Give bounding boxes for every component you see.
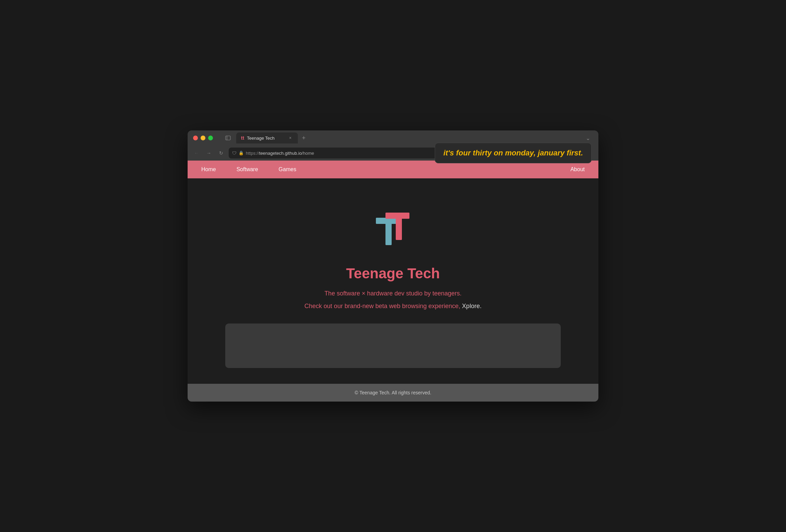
maximize-button[interactable] — [208, 136, 213, 140]
site-link-text: Check out our brand-new beta web browsin… — [304, 303, 481, 310]
sidebar-toggle[interactable] — [223, 134, 233, 142]
svg-rect-3 — [385, 218, 392, 245]
traffic-lights — [193, 136, 213, 140]
nav-home[interactable]: Home — [201, 166, 216, 173]
url-path: /home — [302, 151, 314, 156]
link-text-pre: Check out our brand-new beta web browsin… — [304, 303, 460, 309]
active-tab[interactable]: tt Teenage Tech × — [236, 132, 298, 143]
nav-games[interactable]: Games — [279, 166, 296, 173]
website-wrapper: it's four thirty on monday, january firs… — [188, 161, 598, 402]
tab-bar: tt Teenage Tech × + — [236, 132, 580, 143]
new-tab-button[interactable]: + — [299, 133, 308, 143]
nav-software[interactable]: Software — [237, 166, 258, 173]
site-subtitle: The software × hardware dev studio by te… — [325, 290, 462, 297]
content-card — [225, 324, 561, 368]
back-button[interactable]: ← — [192, 148, 201, 158]
url-host: teenagetech.github.io — [259, 151, 302, 156]
xplore-link[interactable]: Xplore. — [462, 303, 482, 309]
svg-rect-0 — [226, 136, 230, 140]
site-body: Teenage Tech The software × hardware dev… — [188, 178, 598, 384]
footer-text: © Teenage Tech. All rights reserved. — [355, 390, 431, 395]
svg-rect-5 — [396, 213, 402, 240]
browser-window: tt Teenage Tech × + ⌄ ← → ↻ 🛡 🔒 https://… — [188, 130, 598, 402]
url-scheme: https:// — [246, 151, 259, 156]
close-button[interactable] — [193, 136, 198, 140]
tab-title: Teenage Tech — [247, 136, 275, 141]
refresh-button[interactable]: ↻ — [216, 148, 226, 158]
forward-button[interactable]: → — [204, 148, 214, 158]
site-title: Teenage Tech — [346, 265, 440, 282]
word-clock-tooltip: it's four thirty on monday, january firs… — [435, 143, 592, 163]
shield-icon: 🛡 — [232, 151, 237, 156]
site-footer: © Teenage Tech. All rights reserved. — [188, 384, 598, 402]
tab-dropdown-button[interactable]: ⌄ — [583, 134, 593, 143]
minimize-button[interactable] — [201, 136, 205, 140]
site-logo — [366, 199, 420, 255]
nav-about[interactable]: About — [570, 166, 585, 173]
tab-favicon: tt — [241, 135, 244, 141]
word-clock-display: it's four thirty on monday, january firs… — [443, 149, 583, 157]
tab-close-button[interactable]: × — [288, 135, 293, 141]
lock-icon: 🔒 — [239, 151, 244, 155]
